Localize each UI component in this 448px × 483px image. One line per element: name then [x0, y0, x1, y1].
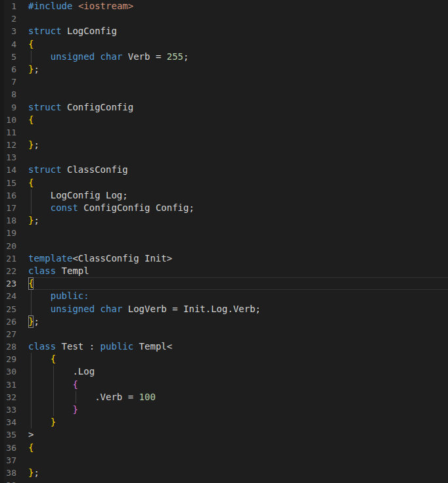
line-code[interactable] — [28, 479, 448, 483]
line-code[interactable]: class Templ — [28, 265, 448, 277]
code-token: .Verb = — [28, 391, 139, 403]
line-code[interactable]: #include <iostream> — [28, 0, 448, 12]
indent-guide — [31, 353, 32, 365]
code-token: ; — [34, 214, 39, 227]
code-line[interactable]: 10{ — [0, 114, 448, 126]
code-line[interactable]: 3struct LogConfig — [0, 25, 448, 37]
code-line[interactable]: 14struct ClassConfig — [0, 164, 448, 176]
code-token: Templ — [56, 265, 89, 277]
line-code[interactable]: { — [28, 379, 448, 391]
code-token: ; — [183, 51, 189, 63]
line-code[interactable] — [28, 328, 448, 340]
code-line[interactable]: 31 { — [0, 379, 448, 391]
code-line[interactable]: 15{ — [0, 177, 448, 189]
code-token: char — [101, 51, 123, 63]
code-line[interactable]: 4{ — [0, 38, 448, 51]
code-line[interactable]: 16 LogConfig Log; — [0, 189, 448, 202]
line-code[interactable]: public: — [28, 290, 448, 302]
code-line[interactable]: 34 } — [0, 416, 448, 428]
code-token: } — [28, 63, 34, 76]
code-line[interactable]: 7 — [0, 76, 448, 88]
code-token: ConfigConfig Config; — [78, 202, 194, 214]
code-token: ConfigConfig — [62, 101, 134, 114]
line-code[interactable] — [28, 88, 448, 101]
code-token: LogConfig — [62, 25, 117, 37]
line-code[interactable]: unsigned char Verb = 255; — [28, 51, 448, 63]
indent-guide — [31, 379, 32, 391]
line-code[interactable]: }; — [28, 214, 448, 227]
code-line[interactable]: 21template<ClassConfig Init> — [0, 252, 448, 265]
code-line[interactable]: 38}; — [0, 467, 448, 479]
line-code[interactable] — [28, 76, 448, 88]
code-token: { — [28, 114, 34, 126]
line-code[interactable]: struct ConfigConfig — [28, 101, 448, 114]
line-code[interactable]: unsigned char LogVerb = Init.Log.Verb; — [28, 303, 448, 315]
code-line[interactable]: 1#include <iostream> — [0, 0, 448, 12]
line-code[interactable]: }; — [28, 315, 448, 328]
code-token: } — [51, 416, 56, 428]
line-code[interactable]: .Log — [28, 365, 448, 378]
line-code[interactable]: class Test : public Templ< — [28, 340, 448, 353]
line-code[interactable]: } — [28, 416, 448, 428]
code-line[interactable]: 11 — [0, 126, 448, 139]
indent-guide — [31, 416, 32, 428]
code-token: const — [51, 202, 78, 214]
line-code[interactable]: { — [28, 177, 448, 189]
line-code[interactable]: { — [28, 114, 448, 126]
code-line[interactable]: 12}; — [0, 139, 448, 151]
code-line[interactable]: 8 — [0, 88, 448, 101]
line-code[interactable]: }; — [28, 63, 448, 76]
code-line[interactable]: 37 — [0, 454, 448, 467]
indent-guide — [53, 379, 54, 391]
code-line[interactable]: 27 — [0, 328, 448, 340]
code-line[interactable]: 18}; — [0, 214, 448, 227]
code-line[interactable]: 2 — [0, 12, 448, 25]
code-line[interactable]: 30 .Log — [0, 365, 448, 378]
code-line[interactable]: 28class Test : public Templ< — [0, 340, 448, 353]
code-line[interactable]: 26}; — [0, 315, 448, 328]
line-code[interactable]: { — [28, 38, 448, 51]
line-code[interactable]: struct ClassConfig — [28, 164, 448, 176]
line-code[interactable] — [28, 126, 448, 139]
code-line[interactable]: 13 — [0, 151, 448, 164]
line-code[interactable]: { — [28, 353, 448, 365]
code-line[interactable]: 23{ — [0, 277, 448, 290]
code-line[interactable]: 32 .Verb = 100 — [0, 391, 448, 403]
code-token: } — [28, 467, 34, 479]
code-line[interactable]: 9struct ConfigConfig — [0, 101, 448, 114]
line-code[interactable] — [28, 454, 448, 467]
line-code[interactable] — [28, 12, 448, 25]
line-code[interactable] — [28, 151, 448, 164]
code-editor[interactable]: 1#include <iostream>23struct LogConfig4{… — [0, 0, 448, 483]
code-line[interactable]: 19 — [0, 227, 448, 239]
code-line[interactable]: 22class Templ — [0, 265, 448, 277]
code-line[interactable]: 33 } — [0, 403, 448, 416]
code-line[interactable]: 29 { — [0, 353, 448, 365]
line-code[interactable]: { — [28, 442, 448, 454]
code-token — [95, 51, 100, 63]
line-code[interactable]: struct LogConfig — [28, 25, 448, 37]
line-code[interactable]: { — [28, 277, 448, 290]
code-line[interactable]: 6}; — [0, 63, 448, 76]
line-code[interactable]: }; — [28, 139, 448, 151]
code-line[interactable]: 17 const ConfigConfig Config; — [0, 202, 448, 214]
code-line[interactable]: 20 — [0, 240, 448, 252]
code-line[interactable]: 36{ — [0, 442, 448, 454]
code-line[interactable]: 5 unsigned char Verb = 255; — [0, 51, 448, 63]
code-line[interactable]: 39 — [0, 479, 448, 483]
line-code[interactable]: .Verb = 100 — [28, 391, 448, 403]
line-code[interactable]: template<ClassConfig Init> — [28, 252, 448, 265]
code-token: struct — [28, 164, 62, 176]
line-code[interactable]: > — [28, 428, 448, 441]
code-line[interactable]: 35> — [0, 428, 448, 441]
line-code[interactable]: }; — [28, 467, 448, 479]
code-line[interactable]: 25 unsigned char LogVerb = Init.Log.Verb… — [0, 303, 448, 315]
code-line[interactable]: 24 public: — [0, 290, 448, 302]
line-code[interactable] — [28, 240, 448, 252]
line-code[interactable]: LogConfig Log; — [28, 189, 448, 202]
line-code[interactable]: const ConfigConfig Config; — [28, 202, 448, 214]
line-code[interactable]: } — [28, 403, 448, 416]
indent-guide — [31, 403, 32, 416]
code-token: ; — [34, 315, 39, 328]
line-code[interactable] — [28, 227, 448, 239]
